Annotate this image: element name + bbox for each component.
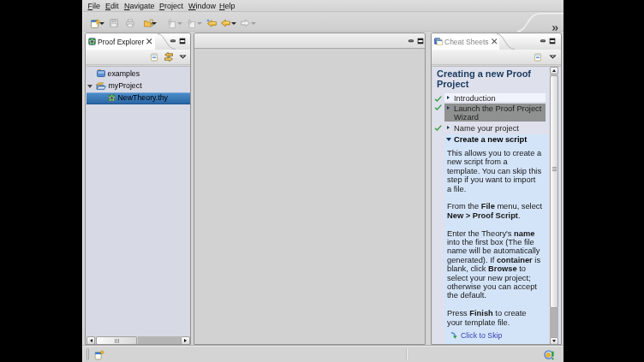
step-expander-icon (447, 106, 450, 110)
prev-annotation-button[interactable] (187, 18, 202, 28)
fast-view-icon[interactable] (94, 350, 104, 360)
minimize-icon[interactable] (408, 38, 414, 45)
proof-explorer-tabstrip: Proof Explorer (86, 33, 190, 50)
minimize-icon[interactable] (170, 38, 176, 45)
proof-explorer-tab-close-icon[interactable] (146, 39, 152, 45)
cheat-body-line: blank, click Browse to (444, 264, 548, 273)
menu-file[interactable]: File (88, 1, 101, 11)
dropdown-arrow-icon[interactable] (99, 22, 104, 25)
scroll-down-button[interactable] (550, 337, 558, 345)
thumb-grip (551, 167, 558, 171)
tree-item-myproject[interactable]: myProject (86, 80, 190, 92)
cheat-body-line: your template file. (444, 318, 548, 327)
theory-icon (108, 94, 116, 102)
tree-item-examples[interactable]: examples (86, 68, 190, 80)
completed-check-icon (434, 125, 443, 132)
scroll-up-button[interactable] (550, 67, 558, 74)
cheat-sheet-title: Creating a new Proof Project (437, 69, 550, 89)
cheat-body-line: New > Proof Script. (444, 211, 548, 220)
tree-item-label: myProject (109, 81, 142, 90)
maximize-icon[interactable] (549, 38, 556, 45)
skip-link[interactable]: Click to Skip (450, 331, 502, 340)
proof-explorer-window-buttons (170, 38, 186, 45)
cheat-vscrollbar[interactable] (550, 67, 558, 345)
cheat-sheets-tab[interactable]: Cheat Sheets (432, 33, 499, 50)
cheat-body-line: Enter the Theory's name (444, 229, 548, 238)
explorer-hscrollbar[interactable] (86, 336, 190, 345)
cheat-body-line: a file. (444, 185, 548, 193)
proof-explorer-icon (88, 38, 96, 45)
dropdown-arrow-icon[interactable] (197, 22, 202, 25)
statusbar-separator (406, 348, 407, 360)
new-wizard-button[interactable] (91, 18, 104, 28)
cheat-step-create-a-new-script[interactable]: Create a new script (444, 134, 546, 144)
menu-edit[interactable]: Edit (105, 1, 119, 11)
proof-explorer-tab[interactable]: Proof Explorer (86, 33, 155, 50)
forward-history-button[interactable] (241, 18, 256, 28)
proof-explorer-toolbar (86, 50, 190, 65)
tree-item-newtheory-thy[interactable]: NewTheory.thy (86, 92, 190, 104)
scroll-left-button[interactable] (86, 336, 95, 345)
cheat-step-launch-the-proof-project-wizard[interactable]: Launch the Proof Project Wizard (444, 104, 546, 122)
notification-icon[interactable] (544, 350, 555, 360)
status-bar (82, 345, 564, 362)
cheat-body-line: select your new project; (444, 274, 548, 282)
theory-glyph (108, 94, 116, 102)
dropdown-arrow-icon[interactable] (152, 22, 157, 25)
print-icon (126, 19, 134, 27)
cheat-body-line: the default. (444, 291, 548, 300)
workbench-area: Proof Explorer (82, 32, 564, 345)
folder-closed-icon (97, 69, 105, 77)
menu-window[interactable]: Window (188, 1, 216, 11)
maximize-icon[interactable] (179, 38, 186, 45)
last-edit-location-button[interactable] (206, 18, 217, 28)
step-expander-icon (446, 138, 451, 141)
cheat-sheets-toolbar (432, 50, 561, 65)
menu-bar: FileEditNavigateProjectWindowHelp (82, 0, 564, 12)
tree-item-label: NewTheory.thy (118, 93, 169, 102)
cheat-body-line: name will be automatically (444, 246, 548, 255)
menu-navigate[interactable]: Navigate (124, 1, 155, 11)
step-expander-icon (447, 96, 450, 99)
cheat-sheets-icon (434, 38, 443, 46)
statusbar-drag-handle[interactable] (86, 348, 89, 360)
cheat-sheets-window-buttons (540, 38, 556, 45)
view-menu-icon[interactable] (549, 55, 557, 59)
scroll-right-button[interactable] (181, 336, 190, 345)
arrow-up-icon (552, 69, 556, 72)
screen: FileEditNavigateProjectWindowHelp (0, 0, 644, 362)
step-expander-icon (447, 126, 450, 129)
vscroll-thumb[interactable] (550, 75, 558, 308)
vscroll-track[interactable] (550, 308, 558, 337)
menu-help[interactable]: Help (219, 1, 236, 11)
save-button[interactable] (110, 18, 118, 28)
cheat-step-introduction[interactable]: Introduction (444, 93, 546, 103)
dropdown-arrow-icon[interactable] (231, 22, 236, 25)
link-with-editor-icon[interactable] (164, 52, 173, 62)
cheat-step-name-your-project[interactable]: Name your project (444, 123, 546, 133)
editor-area (194, 33, 426, 345)
maximize-icon[interactable] (417, 38, 424, 45)
cheat-sheets-tab-label: Cheat Sheets (444, 38, 489, 46)
view-menu-icon[interactable] (179, 55, 187, 59)
open-task-button[interactable] (144, 18, 157, 28)
hscroll-thumb[interactable] (96, 336, 137, 345)
print-button[interactable] (126, 18, 134, 28)
skip-link-label: Click to Skip (461, 331, 502, 340)
proof-explorer-tree: examples myProject NewTheory.thy (86, 66, 190, 336)
cheat-sheet-content: Creating a new Proof Project Introductio… (432, 66, 562, 345)
collapse-all-icon[interactable] (534, 53, 541, 62)
hscroll-track[interactable] (138, 336, 181, 345)
cheat-sheets-view: Cheat Sheets (431, 33, 562, 345)
dropdown-arrow-icon[interactable] (251, 22, 256, 25)
collapse-all-icon[interactable] (151, 53, 158, 62)
thumb-grip (97, 339, 136, 343)
cheat-sheets-tab-close-icon[interactable] (492, 39, 498, 45)
menu-project[interactable]: Project (159, 1, 183, 11)
save-icon (110, 19, 118, 27)
next-annotation-button[interactable] (167, 18, 182, 28)
tree-expander-icon[interactable] (87, 85, 92, 88)
dropdown-arrow-icon[interactable] (177, 22, 182, 25)
minimize-icon[interactable] (540, 38, 546, 45)
back-history-button[interactable] (221, 18, 236, 28)
